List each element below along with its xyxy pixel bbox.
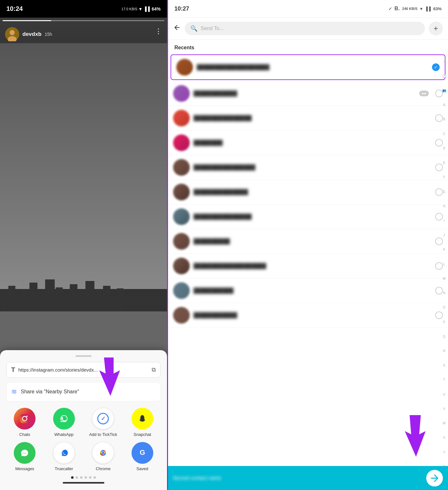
alpha-a[interactable]: A — [443, 103, 445, 107]
new-chat-button[interactable]: + — [429, 21, 443, 36]
alpha-j[interactable]: J — [444, 233, 445, 237]
alpha-p[interactable]: P — [443, 320, 445, 324]
status-icons-left: 17.0 KB/S ▾ ▐▐ 64% — [122, 6, 161, 12]
contact-item-2[interactable]: ████████████ ●● — [168, 81, 448, 106]
recents-label: Recents — [168, 40, 448, 53]
contact-item-selected[interactable]: ████████████████████ ✓ — [171, 54, 445, 80]
contact-item-11[interactable]: ████████████ — [168, 303, 448, 328]
nearby-share-icon: ≋ — [11, 388, 17, 396]
ticktick-check-icon: ✓ — [97, 413, 109, 424]
alpha-u[interactable]: U — [443, 393, 445, 397]
story-progress-fill — [3, 20, 51, 21]
svg-text:G: G — [140, 448, 145, 456]
whatsapp-icon — [53, 408, 75, 430]
contact-name-2: ████████████ — [194, 91, 415, 96]
arrow-indicator-right — [400, 415, 432, 461]
more-options-icon[interactable]: ⋮ — [155, 27, 162, 36]
sheet-handle — [76, 355, 92, 357]
alpha-t[interactable]: T — [443, 378, 445, 382]
svg-point-14 — [102, 452, 104, 454]
building — [2, 292, 7, 311]
url-bar[interactable]: T https://instagram.com/stories/devdx...… — [6, 362, 161, 378]
send-recipient-name: blurred contact name — [173, 475, 422, 481]
alpha-e[interactable]: E — [443, 161, 445, 165]
alpha-v[interactable]: V — [443, 407, 445, 411]
app-chrome[interactable]: Chrome — [85, 442, 122, 471]
alpha-m[interactable]: M — [443, 277, 445, 281]
alpha-o[interactable]: O — [443, 306, 445, 309]
alpha-b[interactable]: B — [443, 117, 445, 121]
contact-name-8: ██████████ — [194, 238, 431, 244]
story-progress-bar — [3, 20, 164, 21]
alpha-c[interactable]: C — [443, 132, 445, 136]
nearby-share-option[interactable]: ≋ Share via "Nearby Share" — [6, 382, 161, 401]
truecaller-label: Truecaller — [55, 466, 73, 471]
contact-name-11: ████████████ — [194, 312, 431, 318]
contact-item-6[interactable]: ███████████████ — [168, 180, 448, 205]
alpha-d[interactable]: D — [443, 147, 445, 150]
back-button[interactable] — [173, 24, 181, 33]
contact-name-10: ███████████ — [194, 288, 431, 293]
building — [78, 291, 84, 311]
alpha-w[interactable]: W — [443, 422, 445, 425]
status-bar-right: 10:27 ✓ B. 246 KB/S ▾ ▐▐ 63% — [168, 0, 448, 18]
pagination-dots — [6, 476, 161, 479]
saved-icon: G — [132, 442, 153, 464]
chats-icon — [14, 408, 36, 430]
building — [22, 289, 28, 311]
alpha-emoji-1[interactable]: ☺ — [443, 60, 446, 64]
alpha-k[interactable]: K — [443, 248, 445, 252]
app-snapchat[interactable]: Snapchat — [124, 408, 161, 437]
alpha-l[interactable]: L — [443, 262, 445, 266]
alpha-n[interactable]: N — [443, 291, 445, 295]
contact-avatar-2 — [173, 85, 190, 102]
building — [103, 286, 110, 311]
contact-item-5[interactable]: █████████████████ — [168, 155, 448, 180]
contact-item-10[interactable]: ███████████ — [168, 278, 448, 303]
data-speed-icon: 246 KB/S — [402, 7, 418, 11]
search-bar[interactable]: 🔍 Send To... — [185, 22, 425, 35]
contact-item-9[interactable]: ████████████████████ — [168, 254, 448, 278]
alpha-x[interactable]: X — [443, 436, 445, 440]
alpha-q[interactable]: Q — [443, 335, 445, 339]
text-format-icon: T — [11, 366, 15, 374]
contact-item-8[interactable]: ██████████ — [168, 229, 448, 254]
contact-item-4[interactable]: ████████ — [168, 131, 448, 155]
alpha-y[interactable]: Y — [443, 451, 445, 454]
contact-name-5: █████████████████ — [194, 165, 431, 170]
app-truecaller[interactable]: Truecaller — [46, 442, 83, 471]
alpha-clock[interactable]: 🕐 — [442, 74, 446, 78]
contact-avatar-4 — [173, 134, 190, 151]
contact-item-7[interactable]: ████████████████ — [168, 205, 448, 229]
alpha-group[interactable]: 👥 — [442, 89, 446, 92]
contact-radio-1[interactable]: ✓ — [432, 63, 440, 71]
svg-point-7 — [58, 413, 70, 425]
saved-label: Saved — [136, 466, 148, 471]
alpha-s[interactable]: S — [443, 364, 445, 367]
contact-item-3[interactable]: ████████████████ — [168, 106, 448, 131]
app-chats[interactable]: Chats — [6, 408, 43, 437]
alpha-i[interactable]: I — [444, 219, 445, 223]
building — [117, 288, 124, 311]
app-messages[interactable]: Messages — [6, 442, 43, 471]
alpha-r[interactable]: R — [443, 349, 445, 353]
app-ticktick[interactable]: ✓ Add to TickTick — [85, 408, 122, 437]
alpha-g[interactable]: G — [443, 190, 445, 194]
battery-right: 63% — [433, 6, 442, 11]
battery-left: 64% — [152, 6, 161, 12]
copy-icon[interactable]: ⧉ — [152, 366, 156, 373]
snapchat-icon — [132, 408, 153, 430]
app-saved[interactable]: G Saved — [124, 442, 161, 471]
contact-avatar-9 — [173, 258, 190, 274]
contact-avatar-7 — [173, 208, 190, 225]
contact-avatar-1 — [176, 59, 193, 76]
chrome-icon — [92, 442, 114, 464]
story-username: devdxb — [22, 31, 42, 37]
app-whatsapp[interactable]: WhatsApp — [46, 408, 83, 437]
send-button[interactable] — [426, 470, 443, 486]
alpha-f[interactable]: F — [443, 175, 445, 179]
svg-point-1 — [10, 30, 15, 35]
building — [45, 279, 55, 311]
alpha-h[interactable]: H — [443, 205, 445, 208]
contact-name-7: ████████████████ — [194, 214, 431, 220]
